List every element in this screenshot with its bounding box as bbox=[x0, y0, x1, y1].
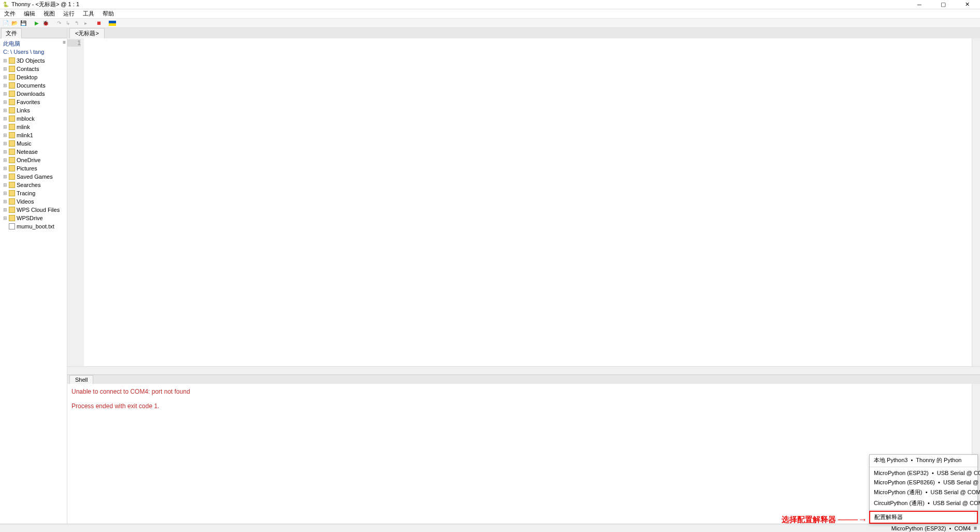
tree-item[interactable]: ⊞Favorites bbox=[2, 98, 65, 106]
tree-item[interactable]: ⊞mlink bbox=[2, 123, 65, 131]
tree-item[interactable]: ⊞WPS Cloud Files bbox=[2, 206, 65, 214]
tree-item-label: OneDrive bbox=[17, 156, 40, 164]
menu-run[interactable]: 运行 bbox=[61, 10, 77, 18]
file-panel-tab[interactable]: 文件 bbox=[1, 28, 22, 38]
tree-item[interactable]: ⊞Pictures bbox=[2, 164, 65, 172]
editor-horizontal-scrollbar[interactable] bbox=[67, 366, 980, 375]
tree-item[interactable]: ⊞Downloads bbox=[2, 90, 65, 98]
step-into-icon[interactable]: ↳ bbox=[64, 20, 71, 27]
shell-line: Unable to connect to COM4: port not foun… bbox=[71, 388, 976, 395]
tree-item[interactable]: ⊞Documents bbox=[2, 81, 65, 90]
expand-icon[interactable]: ⊞ bbox=[3, 206, 7, 214]
folder-icon bbox=[9, 116, 15, 122]
interpreter-option[interactable]: MicroPython (ESP8266) • USB Serial @ COM… bbox=[870, 478, 977, 487]
menu-view[interactable]: 视图 bbox=[41, 10, 57, 18]
menu-help[interactable]: 帮助 bbox=[100, 10, 116, 18]
tree-item[interactable]: ⊞Contacts bbox=[2, 65, 65, 73]
configure-interpreter[interactable]: 配置解释器 bbox=[869, 511, 978, 524]
tree-item-label: Downloads bbox=[17, 90, 45, 98]
folder-icon bbox=[9, 198, 15, 205]
step-out-icon[interactable]: ↰ bbox=[73, 20, 80, 27]
tree-item[interactable]: ⊞Tracing bbox=[2, 189, 65, 197]
tree-item[interactable]: ⊞Links bbox=[2, 106, 65, 114]
tree-item[interactable]: ⊞Saved Games bbox=[2, 172, 65, 181]
expand-icon[interactable]: ⊞ bbox=[3, 148, 7, 156]
tree-item[interactable]: ⊞mblock bbox=[2, 114, 65, 123]
maximize-button[interactable]: ▢ bbox=[936, 1, 950, 8]
shell-tab[interactable]: Shell bbox=[69, 375, 93, 384]
folder-icon bbox=[9, 149, 15, 155]
shell-line: Process ended with exit code 1. bbox=[71, 402, 976, 410]
tree-item[interactable]: ⊞OneDrive bbox=[2, 156, 65, 164]
interpreter-option[interactable]: MicroPython (ESP32) • USB Serial @ COM5 bbox=[870, 468, 977, 478]
expand-icon[interactable]: ⊞ bbox=[3, 114, 7, 123]
editor-tab[interactable]: <无标题> bbox=[69, 28, 105, 38]
expand-icon[interactable]: ⊞ bbox=[3, 73, 7, 81]
expand-icon[interactable]: ⊞ bbox=[3, 65, 7, 73]
tree-item[interactable]: ⊞WPSDrive bbox=[2, 214, 65, 222]
tree-item[interactable]: ⊞Desktop bbox=[2, 73, 65, 81]
expand-icon[interactable]: ⊞ bbox=[3, 56, 7, 65]
status-port[interactable]: COM4 bbox=[954, 525, 971, 531]
tree-item[interactable]: ⊞Music bbox=[2, 139, 65, 148]
folder-icon bbox=[9, 107, 15, 113]
tree-item[interactable]: ⊞Videos bbox=[2, 197, 65, 206]
expand-icon[interactable]: ⊞ bbox=[3, 181, 7, 189]
tree-item-label: mumu_boot.txt bbox=[17, 222, 54, 231]
menu-edit[interactable]: 编辑 bbox=[22, 10, 37, 18]
expand-icon[interactable]: ⊞ bbox=[3, 139, 7, 148]
expand-icon[interactable]: ⊞ bbox=[3, 214, 7, 222]
interpreter-menu: 本地 Python3 • Thonny 的 Python MicroPython… bbox=[869, 454, 978, 524]
tree-item[interactable]: ⊞mlink1 bbox=[2, 131, 65, 139]
arrow-right-icon: ───→ bbox=[838, 514, 867, 525]
expand-icon[interactable]: ⊞ bbox=[3, 172, 7, 181]
menu-tools[interactable]: 工具 bbox=[81, 10, 96, 18]
expand-icon[interactable]: ⊞ bbox=[3, 123, 7, 131]
interpreter-option[interactable]: MicroPython (通用) • USB Serial @ COM5 bbox=[870, 487, 977, 498]
tree-item-label: mlink bbox=[17, 123, 30, 131]
expand-icon[interactable]: ⊞ bbox=[3, 189, 7, 197]
open-file-icon[interactable]: 📂 bbox=[11, 20, 18, 27]
support-icon[interactable] bbox=[109, 21, 116, 26]
tree-item[interactable]: ⊞3D Objects bbox=[2, 56, 65, 65]
folder-icon bbox=[9, 165, 15, 171]
tree-item-label: WPSDrive bbox=[17, 214, 43, 222]
tree-item[interactable]: ⊞Searches bbox=[2, 181, 65, 189]
menu-file[interactable]: 文件 bbox=[2, 10, 18, 18]
stop-icon[interactable]: ⏹ bbox=[95, 20, 103, 27]
expand-icon[interactable]: ⊞ bbox=[3, 164, 7, 172]
close-button[interactable]: ✕ bbox=[960, 1, 974, 8]
tree-item-label: Searches bbox=[17, 181, 40, 189]
folder-icon bbox=[9, 215, 15, 221]
expand-icon[interactable]: ⊞ bbox=[3, 106, 7, 114]
interpreter-option[interactable]: CircuitPython (通用) • USB Serial @ COM5 bbox=[870, 498, 977, 509]
file-panel-root[interactable]: 此电脑 bbox=[2, 39, 65, 48]
file-panel-options-icon[interactable]: ≡ bbox=[63, 39, 66, 45]
interpreter-option[interactable]: 本地 Python3 • Thonny 的 Python bbox=[870, 455, 977, 466]
save-file-icon[interactable]: 💾 bbox=[20, 20, 27, 27]
expand-icon[interactable]: ⊞ bbox=[3, 90, 7, 98]
run-icon[interactable]: ▶ bbox=[33, 20, 40, 27]
tree-item[interactable]: mumu_boot.txt bbox=[2, 222, 65, 231]
status-menu-icon[interactable]: ≡ bbox=[974, 525, 977, 531]
shell-output[interactable]: Unable to connect to COM4: port not foun… bbox=[67, 384, 980, 524]
folder-icon bbox=[9, 91, 15, 97]
expand-icon[interactable]: ⊞ bbox=[3, 81, 7, 90]
editor-vertical-scrollbar[interactable] bbox=[972, 38, 980, 366]
debug-icon[interactable]: 🐞 bbox=[42, 20, 49, 27]
status-interpreter[interactable]: MicroPython (ESP32) bbox=[891, 525, 946, 531]
expand-icon[interactable]: ⊞ bbox=[3, 197, 7, 206]
code-editor[interactable]: 1 bbox=[67, 38, 980, 366]
expand-icon[interactable]: ⊞ bbox=[3, 131, 7, 139]
step-over-icon[interactable]: ↷ bbox=[55, 20, 63, 27]
resume-icon[interactable]: ▸ bbox=[82, 20, 89, 27]
expand-icon[interactable]: ⊞ bbox=[3, 98, 7, 106]
tree-item-label: Videos bbox=[17, 197, 34, 206]
line-number: 1 bbox=[67, 39, 81, 47]
file-panel-path[interactable]: C: \ Users \ tang bbox=[2, 48, 65, 55]
tree-item[interactable]: ⊞Netease bbox=[2, 148, 65, 156]
new-file-icon[interactable]: 📄 bbox=[2, 20, 9, 27]
minimize-button[interactable]: ─ bbox=[913, 1, 926, 8]
tree-item-label: Music bbox=[17, 139, 32, 148]
expand-icon[interactable]: ⊞ bbox=[3, 156, 7, 164]
